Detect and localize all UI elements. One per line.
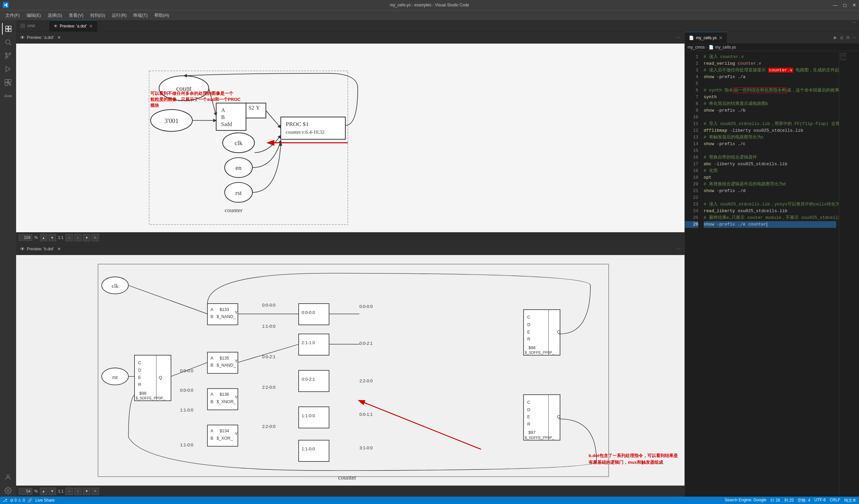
search-engine[interactable]: Search Engine: Google [725,498,766,503]
svg-rect-36 [98,264,609,476]
menu-run[interactable]: 运行(R) [109,11,129,20]
svg-line-5 [10,44,11,45]
tab-dot-a-close[interactable]: ✕ [89,23,93,29]
svg-text:R: R [527,422,530,427]
breadcrumb-sep: › [706,45,707,50]
svg-text:rst: rst [235,189,242,196]
activity-git[interactable] [2,50,14,62]
split-icon[interactable]: ⊟ [846,35,849,40]
activity-search[interactable] [2,36,14,48]
fit-height-b[interactable]: ↕ [74,488,81,495]
minimize-button[interactable]: ― [833,2,838,8]
svg-text:counter: counter [225,207,242,214]
code-line-4: show -prefix ./a [704,74,836,80]
menu-help[interactable]: 帮助(H) [152,11,172,20]
fit-left-a[interactable]: ↖ [92,234,99,241]
print-icon[interactable]: 🖨 [840,35,844,40]
svg-marker-9 [6,66,11,72]
zoom-down-b[interactable]: ▼ [49,488,56,495]
encoding-info[interactable]: UTF-8 [814,498,826,503]
fit-width-a[interactable]: ↔ [65,234,73,241]
line-ending-info[interactable]: CRLF [830,498,840,503]
statusbar-right: Search Engine: Google 行 26，列 25 空格: 4 UT… [725,498,856,503]
svg-rect-2 [6,29,8,31]
activity-account[interactable] [2,471,14,483]
code-content[interactable]: # 读入 counter.v read_verilog counter.v # … [701,51,839,497]
menu-view[interactable]: 查看(V) [66,11,86,20]
preview-b-more[interactable]: ⋯ [676,247,680,251]
tab-my-cells[interactable]: 📄 my_cells.ys ✕ [685,32,727,43]
menu-edit[interactable]: 编辑(E) [24,11,44,20]
terminal-icon: ⬛ [20,23,25,28]
run-icon[interactable]: ▶ [834,35,837,40]
svg-text:0:0-2:1: 0:0-2:1 [302,377,315,382]
fit-width-b[interactable]: ↔ [65,488,73,495]
zoom-input-a[interactable] [19,234,32,241]
code-editor[interactable]: 12345 678910 1112131415 1617181920 21222… [685,51,859,497]
svg-text:$_XOR_: $_XOR_ [216,436,233,440]
breadcrumb-file[interactable]: my_cells.ys [715,45,736,50]
zoom-input-b[interactable] [19,488,32,494]
svg-text:2:2-0:0: 2:2-0:0 [359,379,373,383]
fit-left-b[interactable]: ↖ [92,488,99,495]
breadcrumb-folder[interactable]: my_cmos [688,45,705,50]
activity-extensions[interactable] [2,76,14,89]
code-line-1: # 读入 counter.v [704,53,836,60]
fit-down-b[interactable]: ▼ [83,488,90,495]
menubar: 文件(F) 编辑(E) 选择(S) 查看(V) 转到(G) 运行(R) 终端(T… [0,10,859,20]
code-line-22 [704,194,836,201]
zoom-down-a[interactable]: ▼ [49,234,56,241]
svg-text:1:1-0:0: 1:1-0:0 [180,442,193,447]
activity-json[interactable]: Json [2,90,14,102]
error-count[interactable]: ⊘ 0 ⚠ 0 [10,498,25,503]
language-mode[interactable]: 纯文本 [844,498,856,503]
close-button[interactable]: ✕ [852,2,856,8]
svg-rect-1 [9,26,11,29]
menu-select[interactable]: 选择(S) [45,11,65,20]
preview-a-header: 👁 Preview: 'a.dot' ✕ ⋯ [16,32,684,44]
menu-goto[interactable]: 转到(G) [88,11,108,20]
preview-b-close[interactable]: ✕ [57,247,61,251]
svg-text:$96: $96 [139,391,146,395]
fit-down-a[interactable]: ▼ [83,234,90,241]
svg-text:en: en [236,164,242,171]
svg-text:0:0-0:0: 0:0-0:0 [180,388,193,392]
git-branch-icon: ⎇ [3,498,7,503]
preview-a-more[interactable]: ⋯ [676,35,680,40]
warning-icon: ⚠ [18,498,21,503]
activity-explorer[interactable] [2,23,14,35]
svg-text:0:0-0:0: 0:0-0:0 [302,310,315,315]
toolbar-b: % ▲ ▼ 1:1 ↔ ↕ ▼ ↖ [16,486,684,496]
activity-settings[interactable] [2,485,14,497]
tab-dot-a[interactable]: 👁 Preview: 'a.dot' ✕ [50,20,97,31]
preview-a-close[interactable]: ✕ [57,35,61,40]
fit-height-a[interactable]: ↕ [74,234,81,241]
svg-text:Y: Y [235,359,238,363]
cursor-position[interactable]: 行 26，列 25 [770,498,794,503]
tab-cmd[interactable]: ⬛ cmd [16,20,50,31]
indent-info[interactable]: 空格: 4 [798,498,810,503]
toolbar-a: % ▲ ▼ 1:1 ↔ ↕ ▼ ↖ [16,232,684,243]
titlebar-controls[interactable]: ― ◻ ✕ [833,2,856,8]
svg-text:clk: clk [235,139,243,146]
error-icon: ⊘ [10,498,13,503]
line-numbers: 12345 678910 1112131415 1617181920 21222… [685,51,701,497]
zoom-up-b[interactable]: ▲ [40,488,47,495]
more-icon[interactable]: ⋯ [852,35,856,40]
zoom-up-a[interactable]: ▲ [40,234,47,241]
svg-rect-10 [5,79,8,82]
right-panel: 📄 my_cells.ys ✕ ▶ 🖨 ⊟ ⋯ my_cmos › � [684,32,859,497]
svg-point-13 [7,490,9,492]
menu-file[interactable]: 文件(F) [3,11,22,20]
code-line-11: # 导入 osu025_stdcells.lib，用库中的 FF(flip-fl… [704,121,836,127]
minimap: # XXXXXXXXXXXXXXX XXXXXXXXXXXXXXXX # XXX… [839,51,859,497]
tab-more-button[interactable]: ⋯ [849,20,859,31]
menu-terminal[interactable]: 终端(T) [131,11,150,20]
svg-text:2:2-0:0: 2:2-0:0 [262,424,275,429]
live-share-label[interactable]: Live Share [35,498,54,503]
maximize-button[interactable]: ◻ [843,2,847,8]
activity-debug[interactable] [2,63,14,75]
code-line-7: synth [704,94,836,100]
tab-my-cells-close[interactable]: ✕ [719,35,723,41]
vscode-logo [3,2,9,8]
